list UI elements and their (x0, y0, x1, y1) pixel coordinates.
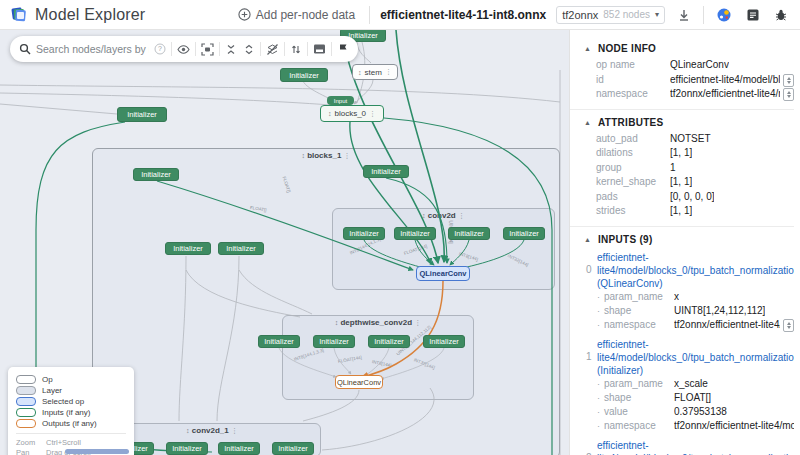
node-link[interactable]: efficientnet- (597, 439, 794, 452)
node-link[interactable]: lite4/model/blocks_0/tpu_batch_normaliza… (597, 264, 794, 277)
input-item-1: 1efficientnet-lite4/model/blocks_0/tpu_b… (584, 338, 794, 433)
graph-edge (322, 388, 434, 450)
download-graph-button[interactable] (675, 6, 693, 24)
divider (703, 6, 704, 24)
node-qlinearconv[interactable]: QLinearConv (416, 266, 470, 281)
graph-selector-dropdown[interactable]: tf2onnx 852 nodes ▾ (556, 6, 665, 24)
copy-value-icon[interactable] (783, 74, 794, 87)
unfold-icon[interactable]: ↕ (328, 110, 332, 117)
node-initializer[interactable]: Initializer (165, 242, 211, 255)
divider (195, 42, 196, 56)
graph-edge (217, 256, 239, 421)
node-initializer[interactable]: Initializer (272, 442, 314, 455)
main-area: ↕ blocks_1 ⋮↕ conv2d ⋮↕ depthwise_conv2d… (0, 30, 800, 455)
trace-inputs-outputs-icon[interactable] (287, 43, 305, 56)
divider (171, 42, 172, 56)
section-header-node-info[interactable]: ▲NODE INFO (584, 43, 794, 54)
node-blocks_0[interactable]: ↕blocks_0⋮ (320, 105, 384, 122)
node-initializer[interactable]: Initializer (117, 107, 167, 122)
graph-edge (303, 390, 359, 421)
legend-item-input: Inputs (if any) (16, 408, 126, 417)
input-item-0: 0efficientnet-lite4/model/blocks_0/tpu_b… (584, 251, 794, 332)
expand-all-layers-icon[interactable] (240, 43, 258, 56)
param-row-value: ·value0.37953138 (597, 405, 794, 419)
divider (307, 42, 308, 56)
collapse-chevron-icon[interactable]: ▲ (584, 119, 591, 126)
search-icon (16, 43, 34, 55)
input-item-2: 2efficientnet-lite4/model/blocks_0/tpu_b… (584, 439, 794, 455)
param-row-shape: ·shapeFLOAT[] (597, 391, 794, 405)
divider (369, 6, 370, 24)
node-link[interactable]: efficientnet- (597, 251, 794, 264)
node-initializer[interactable]: Initializer (133, 168, 179, 181)
add-circle-icon (238, 8, 251, 21)
legend-swatch-op (16, 375, 36, 384)
collapse-chevron-icon[interactable]: ▲ (584, 45, 591, 52)
detail-row-auto_pad: auto_padNOTSET (584, 132, 794, 147)
node-initializer[interactable]: Initializer (503, 227, 545, 240)
graph-edge (450, 240, 469, 265)
node-initializer[interactable]: Initializer (280, 68, 328, 82)
param-row-namespace: ·namespacetf2onnx/efficientnet-lite4/mod… (597, 318, 794, 332)
top-bar: Model Explorer Add per-node data efficie… (0, 0, 800, 30)
collapse-chevron-icon[interactable]: ▲ (584, 236, 591, 243)
section-divider (570, 109, 794, 110)
add-per-node-data-button[interactable]: Add per-node data (234, 6, 359, 24)
node-link[interactable]: (Initializer) (597, 364, 794, 377)
legend-swatch-selected (16, 397, 36, 406)
screenshot-icon[interactable] (310, 43, 329, 55)
copy-value-icon[interactable] (783, 319, 794, 332)
graph-edge (384, 118, 552, 455)
node-initializer[interactable]: Initializer (448, 227, 490, 240)
brand: Model Explorer (10, 6, 145, 24)
detail-row-namespace: namespacetf2onnx/efficientnet-lite4/mode… (584, 87, 794, 102)
collapse-all-layers-icon[interactable] (222, 43, 240, 56)
node-initializer[interactable]: Initializer (343, 227, 385, 240)
param-row-param_name: ·param_namex_scale (597, 377, 794, 391)
node-initializer[interactable]: Initializer (218, 442, 260, 455)
flag-icon[interactable] (334, 43, 352, 56)
node-input[interactable]: Input (327, 96, 354, 105)
section-header-inputs-9-[interactable]: ▲INPUTS (9) (584, 234, 794, 245)
node-initializer[interactable]: Initializer (423, 335, 465, 348)
model-filename: efficientnet-lite4-11-int8.onnx (380, 8, 546, 22)
kebab-menu-icon[interactable]: ⋮ (385, 68, 392, 76)
detail-row-pads: pads[0, 0, 0, 0] (584, 190, 794, 205)
node-link[interactable]: efficientnet- (597, 338, 794, 351)
node-initializer[interactable]: Initializer (368, 335, 410, 348)
app-logo-icon (10, 6, 27, 23)
graph-edge (362, 281, 443, 377)
detail-row-kernel_shape: kernel_shape[1, 1] (584, 175, 794, 190)
visibility-icon[interactable] (174, 43, 193, 56)
documentation-icon[interactable] (744, 6, 762, 24)
divider (260, 42, 261, 56)
bug-report-icon[interactable] (772, 6, 790, 24)
unfold-icon[interactable]: ↕ (358, 69, 362, 76)
node-initializer[interactable]: Initializer (258, 335, 300, 348)
graph-edge (279, 348, 336, 377)
node-initializer[interactable]: Initializer (166, 442, 208, 455)
kebab-menu-icon[interactable]: ⋮ (369, 110, 376, 118)
node-initializer[interactable]: Initializer (218, 242, 264, 255)
zoom-to-fit-icon[interactable] (198, 43, 217, 56)
node-initializer[interactable]: Initializer (394, 227, 436, 240)
canvas-horizontal-scrollbar[interactable] (65, 449, 129, 454)
search-input[interactable] (34, 42, 151, 56)
node-link[interactable]: lite4/model/blocks_0/tpu_batch_normaliza… (597, 452, 794, 455)
node-link[interactable]: (QLinearConv) (597, 277, 794, 290)
legend-divider (16, 433, 126, 434)
node-initializer[interactable]: Initializer (313, 335, 355, 348)
legend-swatch-output (16, 419, 36, 428)
node-stem[interactable]: ↕stem⋮ (352, 64, 398, 80)
node-link[interactable]: lite4/model/blocks_0/tpu_batch_normaliza… (597, 351, 794, 364)
copy-value-icon[interactable] (783, 88, 794, 101)
legend-item-layer: Layer (16, 386, 126, 395)
help-icon[interactable]: ? (151, 43, 169, 55)
node-qlinearconv[interactable]: QLinearConv (335, 375, 383, 389)
graph-edge (350, 122, 431, 264)
node-initializer[interactable]: Initializer (363, 165, 409, 178)
section-header-attributes[interactable]: ▲ATTRIBUTES (584, 117, 794, 128)
flatten-layers-icon[interactable] (263, 43, 282, 56)
feedback-icon[interactable] (714, 5, 734, 25)
graph-canvas[interactable]: ↕ blocks_1 ⋮↕ conv2d ⋮↕ depthwise_conv2d… (0, 30, 569, 455)
